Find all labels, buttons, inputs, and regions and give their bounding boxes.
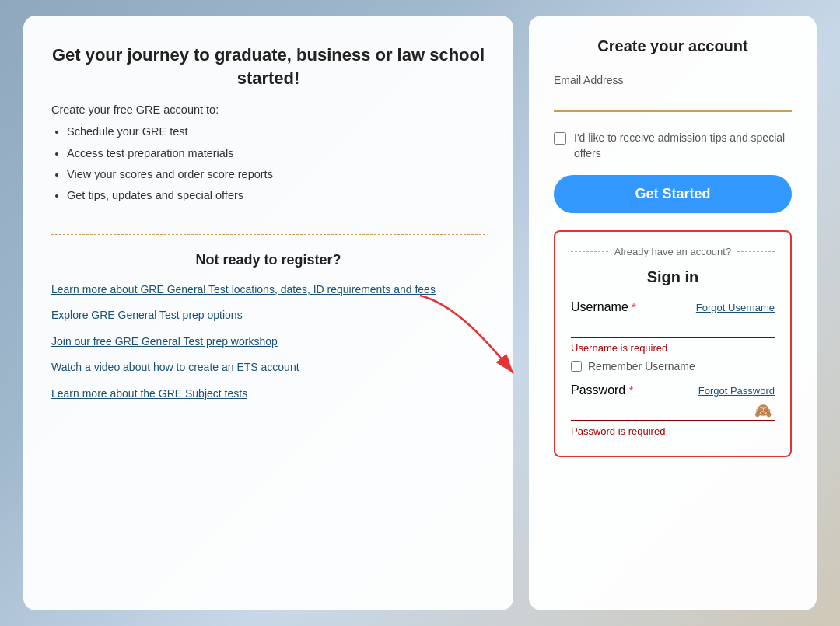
divider (51, 234, 485, 235)
admission-checkbox[interactable] (554, 132, 566, 145)
remember-label: Remember Username (588, 360, 695, 372)
benefits-list: Schedule your GRE testAccess test prepar… (67, 124, 485, 208)
sep-left (571, 251, 608, 252)
already-label: Already have an account? (614, 246, 731, 257)
password-error: Password is required (571, 425, 775, 437)
forgot-username-link[interactable]: Forgot Username (696, 302, 775, 313)
password-label: Password * (571, 383, 633, 397)
left-link-item[interactable]: Join our free GRE General Test prep work… (51, 334, 485, 350)
username-error: Username is required (571, 342, 775, 354)
benefit-item: View your scores and order score reports (67, 166, 485, 182)
admission-checkbox-row: I'd like to receive admission tips and s… (554, 131, 792, 161)
left-link-item[interactable]: Explore GRE General Test prep options (51, 308, 485, 323)
left-subtitle: Create your free GRE account to: (51, 103, 485, 116)
password-input[interactable] (571, 400, 775, 421)
left-panel: Get your journey to graduate, business o… (23, 16, 513, 610)
username-input[interactable] (571, 317, 775, 338)
signin-title: Sign in (571, 268, 775, 286)
remember-username-checkbox[interactable] (571, 361, 582, 372)
main-container: Get your journey to graduate, business o… (23, 16, 817, 610)
email-input[interactable] (554, 91, 792, 112)
not-ready-title: Not ready to register? (51, 252, 485, 268)
left-link-item[interactable]: Learn more about the GRE Subject tests (51, 386, 485, 402)
username-label-row: Username * Forgot Username (571, 300, 775, 314)
left-headline: Get your journey to graduate, business o… (51, 44, 485, 89)
admission-checkbox-label: I'd like to receive admission tips and s… (574, 131, 792, 161)
benefit-item: Get tips, updates and special offers (67, 187, 485, 203)
create-account-title: Create your account (554, 37, 792, 55)
email-label: Email Address (554, 74, 792, 86)
toggle-password-icon[interactable]: 🙈 (754, 402, 772, 419)
forgot-password-link[interactable]: Forgot Password (698, 385, 775, 397)
get-started-button[interactable]: Get Started (554, 175, 792, 213)
benefit-item: Schedule your GRE test (67, 124, 485, 139)
already-have-account-row: Already have an account? (571, 246, 775, 257)
right-panel: Create your account Email Address I'd li… (529, 16, 817, 610)
sep-right (737, 251, 775, 252)
username-required-star: * (632, 301, 635, 313)
left-links: Learn more about GRE General Test locati… (51, 282, 485, 402)
left-link-item[interactable]: Learn more about GRE General Test locati… (51, 282, 485, 298)
signin-box: Already have an account? Sign in Usernam… (554, 230, 792, 457)
password-field-wrapper: 🙈 (571, 400, 775, 425)
remember-username-row: Remember Username (571, 360, 775, 372)
email-form-group: Email Address (554, 74, 792, 112)
password-label-row: Password * Forgot Password (571, 383, 775, 397)
username-label: Username * (571, 300, 636, 314)
password-required-star: * (629, 384, 633, 397)
benefit-item: Access test preparation materials (67, 145, 485, 161)
left-link-item[interactable]: Watch a video about how to create an ETS… (51, 360, 485, 376)
